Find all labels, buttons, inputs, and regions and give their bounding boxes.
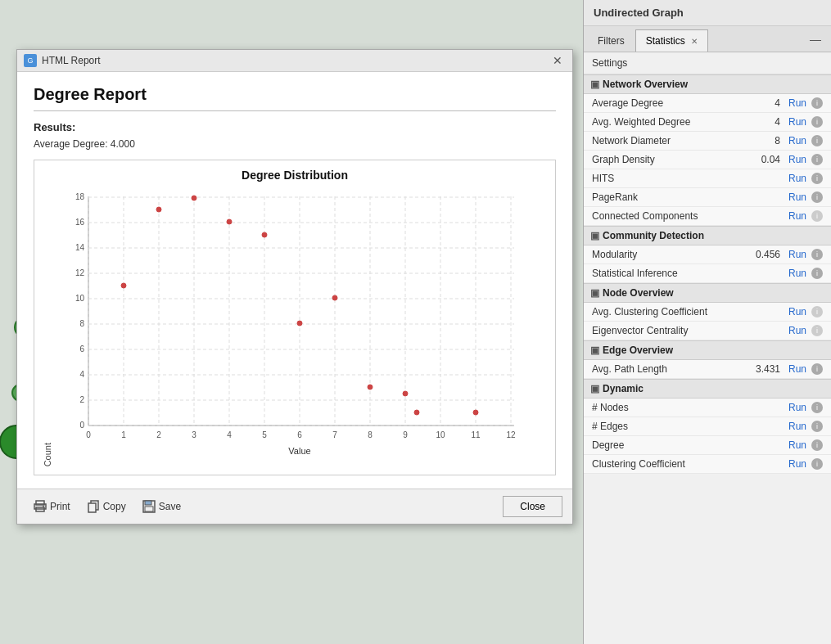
info-clustering-coefficient-dynamic[interactable]: i <box>811 458 823 470</box>
run-avg-weighted-degree[interactable]: Run <box>785 116 810 128</box>
info-avg-path-length[interactable]: i <box>811 363 823 375</box>
results-label: Results: <box>34 121 556 133</box>
copy-button[interactable]: Copy <box>80 497 133 516</box>
report-title: Degree Report <box>34 85 556 104</box>
svg-point-67 <box>262 232 267 237</box>
svg-point-72 <box>414 410 419 415</box>
section-network-overview[interactable]: ▣ Network Overview <box>584 74 831 94</box>
info-graph-density[interactable]: i <box>811 154 823 165</box>
stat-modularity: Modularity 0.456 Run i <box>584 245 831 264</box>
run-eigenvector-centrality[interactable]: Run <box>785 325 810 336</box>
info-pagerank[interactable]: i <box>811 191 823 203</box>
svg-text:6: 6 <box>79 345 84 354</box>
svg-rect-79 <box>88 503 96 512</box>
svg-text:2: 2 <box>156 430 161 439</box>
stat-average-degree: Average Degree 4 Run i <box>584 94 831 113</box>
svg-text:5: 5 <box>262 430 267 439</box>
graph-type-header: Undirected Graph <box>584 0 831 26</box>
svg-text:18: 18 <box>75 192 85 201</box>
run-graph-density[interactable]: Run <box>785 154 810 165</box>
section-edge-overview[interactable]: ▣ Edge Overview <box>584 340 831 360</box>
run-avg-clustering-coefficient[interactable]: Run <box>785 306 810 317</box>
run-average-degree[interactable]: Run <box>785 97 810 109</box>
svg-text:7: 7 <box>332 430 337 439</box>
tab-minimize-button[interactable]: — <box>803 29 828 49</box>
info-degree-dynamic[interactable]: i <box>811 439 823 451</box>
stat-pagerank: PageRank Run i <box>584 188 831 207</box>
info-hits[interactable]: i <box>811 173 823 184</box>
run-network-diameter[interactable]: Run <box>785 135 810 146</box>
dialog-footer: Print Copy Save Close <box>17 489 572 524</box>
run-connected-components[interactable]: Run <box>785 210 810 222</box>
tab-statistics[interactable]: Statistics ✕ <box>635 29 708 52</box>
run-num-nodes[interactable]: Run <box>785 402 810 413</box>
tab-statistics-close[interactable]: ✕ <box>691 37 698 46</box>
svg-point-63 <box>121 283 126 288</box>
svg-point-64 <box>156 207 161 212</box>
svg-point-77 <box>43 506 44 507</box>
dialog-app-icon: G <box>24 54 37 67</box>
svg-point-65 <box>192 196 196 200</box>
run-statistical-inference[interactable]: Run <box>785 268 810 279</box>
run-hits[interactable]: Run <box>785 173 810 184</box>
stat-connected-components: Connected Components Run i <box>584 207 831 226</box>
info-avg-clustering[interactable]: i <box>811 306 823 317</box>
section-node-overview[interactable]: ▣ Node Overview <box>584 283 831 303</box>
chart-title: Degree Distribution <box>43 169 547 182</box>
info-connected-components[interactable]: i <box>811 210 823 222</box>
stats-scroll[interactable]: ▣ Network Overview Average Degree 4 Run … <box>584 74 831 644</box>
svg-text:11: 11 <box>471 430 481 439</box>
svg-point-70 <box>368 385 373 390</box>
info-network-diameter[interactable]: i <box>811 135 823 146</box>
stat-avg-clustering-coefficient: Avg. Clustering Coefficient Run i <box>584 303 831 322</box>
collapse-dynamic-icon: ▣ <box>590 383 599 394</box>
svg-text:10: 10 <box>436 430 445 439</box>
run-degree-dynamic[interactable]: Run <box>785 439 810 451</box>
tabs-bar: Filters Statistics ✕ — <box>584 26 831 52</box>
svg-text:12: 12 <box>506 430 516 439</box>
svg-text:8: 8 <box>79 319 84 328</box>
run-avg-path-length[interactable]: Run <box>785 363 810 375</box>
svg-text:6: 6 <box>297 430 302 439</box>
stat-avg-weighted-degree: Avg. Weighted Degree 4 Run i <box>584 113 831 132</box>
svg-point-68 <box>297 321 302 326</box>
svg-text:10: 10 <box>75 294 85 303</box>
info-average-degree[interactable]: i <box>811 97 823 109</box>
close-button[interactable]: Close <box>503 496 562 517</box>
info-modularity[interactable]: i <box>811 249 823 260</box>
svg-text:4: 4 <box>227 430 232 439</box>
svg-text:8: 8 <box>368 430 373 439</box>
svg-point-73 <box>473 410 478 415</box>
run-num-edges[interactable]: Run <box>785 421 810 432</box>
print-button[interactable]: Print <box>27 497 77 516</box>
info-num-nodes[interactable]: i <box>811 402 823 413</box>
save-icon <box>142 500 156 513</box>
collapse-edge-icon: ▣ <box>590 345 599 356</box>
info-num-edges[interactable]: i <box>811 421 823 432</box>
run-clustering-coefficient-dynamic[interactable]: Run <box>785 458 810 470</box>
run-modularity[interactable]: Run <box>785 249 810 260</box>
svg-point-66 <box>227 219 232 224</box>
save-button[interactable]: Save <box>136 497 187 516</box>
svg-text:2: 2 <box>79 395 84 404</box>
svg-text:1: 1 <box>121 430 126 439</box>
run-pagerank[interactable]: Run <box>785 191 810 203</box>
info-avg-weighted-degree[interactable]: i <box>811 116 823 128</box>
stat-network-diameter: Network Diameter 8 Run i <box>584 132 831 151</box>
svg-text:Value: Value <box>288 446 310 456</box>
info-statistical-inference[interactable]: i <box>811 268 823 279</box>
avg-degree-text: Average Degree: 4.000 <box>34 138 556 150</box>
svg-rect-81 <box>145 501 151 505</box>
section-community-detection[interactable]: ▣ Community Detection <box>584 226 831 245</box>
svg-text:14: 14 <box>75 243 85 252</box>
copy-icon <box>87 500 100 513</box>
section-dynamic[interactable]: ▣ Dynamic <box>584 379 831 399</box>
y-axis-label: Count <box>43 443 52 466</box>
chart-wrapper: Count <box>43 188 547 466</box>
svg-text:12: 12 <box>75 268 85 277</box>
info-eigenvector[interactable]: i <box>811 325 823 336</box>
tab-filters[interactable]: Filters <box>587 29 635 52</box>
dialog-close-button[interactable]: ✕ <box>549 54 566 67</box>
svg-rect-82 <box>145 507 153 511</box>
stat-degree-dynamic: Degree Run i <box>584 436 831 455</box>
